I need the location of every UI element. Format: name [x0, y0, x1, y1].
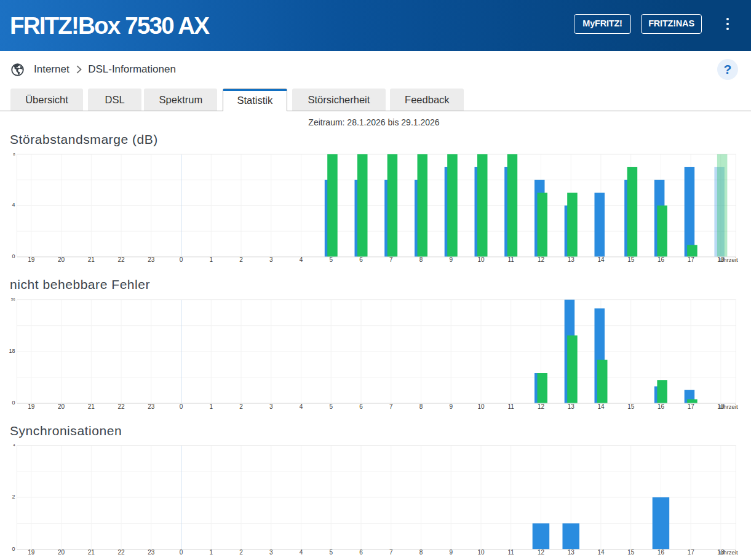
svg-text:4: 4 [12, 202, 15, 208]
svg-text:11: 11 [508, 403, 515, 410]
svg-text:18: 18 [9, 348, 15, 354]
svg-text:0: 0 [180, 403, 183, 410]
svg-text:2: 2 [239, 256, 243, 263]
svg-text:Uhrzeit: Uhrzeit [720, 403, 738, 410]
svg-text:22: 22 [117, 549, 125, 556]
svg-text:5: 5 [329, 403, 333, 410]
svg-text:19: 19 [28, 256, 35, 263]
svg-text:36: 36 [11, 298, 15, 301]
svg-text:3: 3 [269, 549, 273, 556]
svg-text:10: 10 [477, 549, 485, 556]
svg-text:19: 19 [28, 403, 35, 410]
svg-text:4: 4 [13, 443, 15, 447]
svg-text:13: 13 [568, 549, 575, 556]
svg-text:21: 21 [88, 549, 95, 556]
svg-text:19: 19 [28, 549, 35, 556]
svg-text:10: 10 [477, 403, 485, 410]
svg-text:17: 17 [688, 549, 695, 556]
svg-text:16: 16 [658, 549, 665, 556]
svg-text:20: 20 [58, 403, 65, 410]
svg-text:0: 0 [12, 253, 15, 259]
svg-text:1: 1 [209, 256, 213, 263]
svg-text:1: 1 [209, 549, 213, 556]
svg-text:21: 21 [88, 403, 95, 410]
svg-text:20: 20 [58, 256, 65, 263]
svg-text:7: 7 [389, 549, 393, 556]
svg-text:9: 9 [449, 403, 453, 410]
svg-text:6: 6 [359, 549, 363, 556]
svg-text:5: 5 [329, 256, 333, 263]
svg-text:2: 2 [12, 494, 15, 500]
svg-text:13: 13 [568, 256, 575, 263]
svg-text:14: 14 [597, 549, 605, 556]
svg-text:2: 2 [239, 549, 243, 556]
svg-text:23: 23 [148, 403, 155, 410]
svg-text:8: 8 [419, 403, 423, 410]
svg-text:3: 3 [269, 403, 273, 410]
svg-text:4: 4 [300, 549, 303, 556]
svg-text:14: 14 [597, 403, 605, 410]
svg-text:23: 23 [148, 256, 155, 263]
svg-text:16: 16 [658, 256, 665, 263]
svg-text:22: 22 [117, 256, 125, 263]
svg-text:17: 17 [688, 403, 695, 410]
svg-text:0: 0 [180, 256, 183, 263]
svg-text:5: 5 [329, 549, 333, 556]
svg-text:12: 12 [538, 549, 545, 556]
svg-text:23: 23 [148, 549, 155, 556]
svg-text:17: 17 [688, 256, 695, 263]
svg-text:22: 22 [117, 403, 125, 410]
svg-text:11: 11 [508, 549, 515, 556]
svg-text:8: 8 [419, 256, 423, 263]
svg-text:15: 15 [627, 403, 635, 410]
svg-text:7: 7 [389, 256, 393, 263]
svg-text:6: 6 [359, 256, 363, 263]
svg-text:15: 15 [627, 256, 635, 263]
svg-text:1: 1 [209, 403, 213, 410]
svg-text:8: 8 [419, 549, 423, 556]
svg-text:16: 16 [658, 403, 665, 410]
svg-text:4: 4 [300, 403, 303, 410]
svg-text:4: 4 [300, 256, 303, 263]
svg-text:3: 3 [269, 256, 273, 263]
svg-text:11: 11 [508, 256, 515, 263]
svg-text:10: 10 [477, 256, 485, 263]
svg-text:14: 14 [597, 256, 605, 263]
svg-text:7: 7 [389, 403, 393, 410]
svg-text:8: 8 [13, 152, 15, 156]
svg-text:Uhrzeit: Uhrzeit [720, 549, 738, 556]
svg-text:6: 6 [359, 403, 363, 410]
svg-text:20: 20 [58, 549, 65, 556]
svg-text:2: 2 [239, 403, 243, 410]
svg-text:Uhrzeit: Uhrzeit [720, 256, 738, 263]
svg-text:9: 9 [449, 256, 453, 263]
svg-text:0: 0 [12, 400, 15, 406]
svg-text:15: 15 [627, 549, 635, 556]
svg-text:21: 21 [88, 256, 95, 263]
svg-text:9: 9 [449, 549, 453, 556]
svg-text:12: 12 [538, 403, 545, 410]
svg-text:0: 0 [12, 546, 15, 552]
svg-text:0: 0 [180, 549, 183, 556]
svg-text:12: 12 [538, 256, 545, 263]
svg-text:13: 13 [568, 403, 575, 410]
